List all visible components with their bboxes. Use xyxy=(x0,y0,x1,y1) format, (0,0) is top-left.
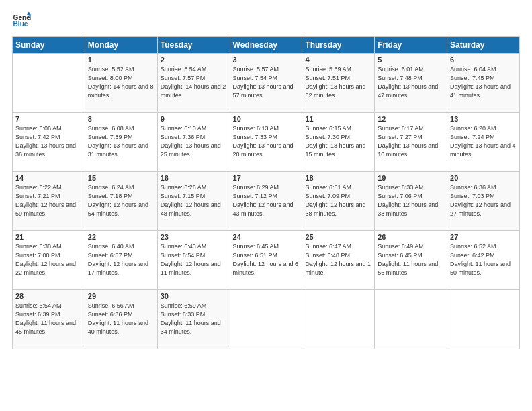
calendar-cell: 28Sunrise: 6:54 AMSunset: 6:39 PMDayligh… xyxy=(13,290,85,349)
day-info: Sunrise: 6:13 AMSunset: 7:33 PMDaylight:… xyxy=(233,124,300,159)
day-number: 12 xyxy=(378,115,444,123)
day-info: Sunrise: 6:49 AMSunset: 6:45 PMDaylight:… xyxy=(378,242,444,277)
day-info: Sunrise: 6:29 AMSunset: 7:12 PMDaylight:… xyxy=(233,183,300,218)
day-info: Sunrise: 6:43 AMSunset: 6:54 PMDaylight:… xyxy=(161,242,227,277)
day-number: 25 xyxy=(305,233,371,241)
day-info: Sunrise: 6:36 AMSunset: 7:03 PMDaylight:… xyxy=(450,183,517,218)
calendar-cell: 13Sunrise: 6:20 AMSunset: 7:24 PMDayligh… xyxy=(447,113,520,172)
day-number: 17 xyxy=(233,174,300,182)
day-number: 11 xyxy=(305,115,371,123)
calendar-week-row: 14Sunrise: 6:22 AMSunset: 7:21 PMDayligh… xyxy=(13,172,520,231)
day-number: 1 xyxy=(88,56,154,64)
day-number: 27 xyxy=(450,233,517,241)
day-number: 21 xyxy=(15,233,82,241)
calendar-cell: 22Sunrise: 6:40 AMSunset: 6:57 PMDayligh… xyxy=(85,231,157,290)
calendar-cell: 8Sunrise: 6:08 AMSunset: 7:39 PMDaylight… xyxy=(85,113,157,172)
calendar-cell: 17Sunrise: 6:29 AMSunset: 7:12 PMDayligh… xyxy=(230,172,302,231)
day-info: Sunrise: 6:01 AMSunset: 7:48 PMDaylight:… xyxy=(378,65,444,100)
header-cell: Wednesday xyxy=(230,37,302,54)
day-number: 22 xyxy=(88,233,154,241)
day-number: 4 xyxy=(305,56,371,64)
day-info: Sunrise: 6:56 AMSunset: 6:36 PMDaylight:… xyxy=(88,302,154,336)
calendar-cell: 5Sunrise: 6:01 AMSunset: 7:48 PMDaylight… xyxy=(375,54,447,113)
day-number: 15 xyxy=(88,174,154,182)
calendar-cell xyxy=(375,290,447,349)
day-info: Sunrise: 6:54 AMSunset: 6:39 PMDaylight:… xyxy=(15,302,82,336)
day-info: Sunrise: 6:45 AMSunset: 6:51 PMDaylight:… xyxy=(233,242,300,277)
day-number: 16 xyxy=(161,174,227,182)
day-number: 7 xyxy=(15,115,82,123)
calendar-week-row: 21Sunrise: 6:38 AMSunset: 7:00 PMDayligh… xyxy=(13,231,520,290)
logo: General Blue xyxy=(12,11,31,30)
day-info: Sunrise: 6:47 AMSunset: 6:48 PMDaylight:… xyxy=(305,242,371,277)
calendar-week-row: 28Sunrise: 6:54 AMSunset: 6:39 PMDayligh… xyxy=(13,290,520,349)
calendar-cell: 12Sunrise: 6:17 AMSunset: 7:27 PMDayligh… xyxy=(375,113,447,172)
day-info: Sunrise: 6:26 AMSunset: 7:15 PMDaylight:… xyxy=(161,183,227,218)
day-info: Sunrise: 6:52 AMSunset: 6:42 PMDaylight:… xyxy=(450,242,517,277)
day-number: 18 xyxy=(305,174,371,182)
header-row: SundayMondayTuesdayWednesdayThursdayFrid… xyxy=(13,37,520,54)
day-info: Sunrise: 6:08 AMSunset: 7:39 PMDaylight:… xyxy=(88,124,154,159)
day-number: 10 xyxy=(233,115,300,123)
calendar-cell: 27Sunrise: 6:52 AMSunset: 6:42 PMDayligh… xyxy=(447,231,520,290)
header-cell: Sunday xyxy=(13,37,85,54)
calendar-cell: 29Sunrise: 6:56 AMSunset: 6:36 PMDayligh… xyxy=(85,290,157,349)
calendar-cell xyxy=(13,54,85,113)
day-info: Sunrise: 6:10 AMSunset: 7:36 PMDaylight:… xyxy=(161,124,227,159)
calendar-cell: 7Sunrise: 6:06 AMSunset: 7:42 PMDaylight… xyxy=(13,113,85,172)
day-info: Sunrise: 6:38 AMSunset: 7:00 PMDaylight:… xyxy=(15,242,82,277)
day-info: Sunrise: 6:20 AMSunset: 7:24 PMDaylight:… xyxy=(450,124,517,159)
calendar-cell: 3Sunrise: 5:57 AMSunset: 7:54 PMDaylight… xyxy=(230,54,302,113)
calendar-cell: 10Sunrise: 6:13 AMSunset: 7:33 PMDayligh… xyxy=(230,113,302,172)
calendar-cell: 23Sunrise: 6:43 AMSunset: 6:54 PMDayligh… xyxy=(157,231,230,290)
calendar-cell: 21Sunrise: 6:38 AMSunset: 7:00 PMDayligh… xyxy=(13,231,85,290)
calendar-cell: 15Sunrise: 6:24 AMSunset: 7:18 PMDayligh… xyxy=(85,172,157,231)
day-number: 29 xyxy=(88,292,154,300)
day-info: Sunrise: 6:59 AMSunset: 6:33 PMDaylight:… xyxy=(161,302,227,336)
day-number: 9 xyxy=(161,115,227,123)
day-number: 24 xyxy=(233,233,300,241)
calendar-cell: 14Sunrise: 6:22 AMSunset: 7:21 PMDayligh… xyxy=(13,172,85,231)
day-number: 13 xyxy=(450,115,517,123)
svg-marker-2 xyxy=(27,12,31,15)
calendar-cell: 4Sunrise: 5:59 AMSunset: 7:51 PMDaylight… xyxy=(302,54,375,113)
day-number: 28 xyxy=(15,292,82,300)
svg-text:Blue: Blue xyxy=(13,20,28,28)
calendar-cell: 24Sunrise: 6:45 AMSunset: 6:51 PMDayligh… xyxy=(230,231,302,290)
day-info: Sunrise: 5:54 AMSunset: 7:57 PMDaylight:… xyxy=(161,65,227,100)
day-number: 30 xyxy=(161,292,227,300)
header-cell: Saturday xyxy=(447,37,520,54)
calendar-cell: 26Sunrise: 6:49 AMSunset: 6:45 PMDayligh… xyxy=(375,231,447,290)
day-info: Sunrise: 6:06 AMSunset: 7:42 PMDaylight:… xyxy=(15,124,82,159)
day-info: Sunrise: 6:40 AMSunset: 6:57 PMDaylight:… xyxy=(88,242,154,277)
header-cell: Thursday xyxy=(302,37,375,54)
day-number: 3 xyxy=(233,56,300,64)
day-info: Sunrise: 6:15 AMSunset: 7:30 PMDaylight:… xyxy=(305,124,371,159)
day-info: Sunrise: 5:52 AMSunset: 8:00 PMDaylight:… xyxy=(88,65,154,100)
day-info: Sunrise: 6:22 AMSunset: 7:21 PMDaylight:… xyxy=(15,183,82,218)
day-number: 20 xyxy=(450,174,517,182)
day-info: Sunrise: 5:59 AMSunset: 7:51 PMDaylight:… xyxy=(305,65,371,100)
calendar-cell: 16Sunrise: 6:26 AMSunset: 7:15 PMDayligh… xyxy=(157,172,230,231)
calendar-cell: 30Sunrise: 6:59 AMSunset: 6:33 PMDayligh… xyxy=(157,290,230,349)
day-number: 6 xyxy=(450,56,517,64)
calendar-cell: 6Sunrise: 6:04 AMSunset: 7:45 PMDaylight… xyxy=(447,54,520,113)
calendar-cell xyxy=(302,290,375,349)
header-cell: Tuesday xyxy=(157,37,230,54)
calendar-cell: 20Sunrise: 6:36 AMSunset: 7:03 PMDayligh… xyxy=(447,172,520,231)
calendar-cell: 9Sunrise: 6:10 AMSunset: 7:36 PMDaylight… xyxy=(157,113,230,172)
day-number: 19 xyxy=(378,174,444,182)
day-info: Sunrise: 6:17 AMSunset: 7:27 PMDaylight:… xyxy=(378,124,444,159)
day-number: 8 xyxy=(88,115,154,123)
day-number: 5 xyxy=(378,56,444,64)
calendar-cell xyxy=(230,290,302,349)
day-number: 26 xyxy=(378,233,444,241)
page-header: General Blue xyxy=(12,11,520,30)
day-number: 23 xyxy=(161,233,227,241)
header-cell: Friday xyxy=(375,37,447,54)
day-info: Sunrise: 5:57 AMSunset: 7:54 PMDaylight:… xyxy=(233,65,300,100)
calendar-cell: 19Sunrise: 6:33 AMSunset: 7:06 PMDayligh… xyxy=(375,172,447,231)
logo-icon: General Blue xyxy=(12,11,31,30)
calendar-cell xyxy=(447,290,520,349)
calendar-cell: 11Sunrise: 6:15 AMSunset: 7:30 PMDayligh… xyxy=(302,113,375,172)
